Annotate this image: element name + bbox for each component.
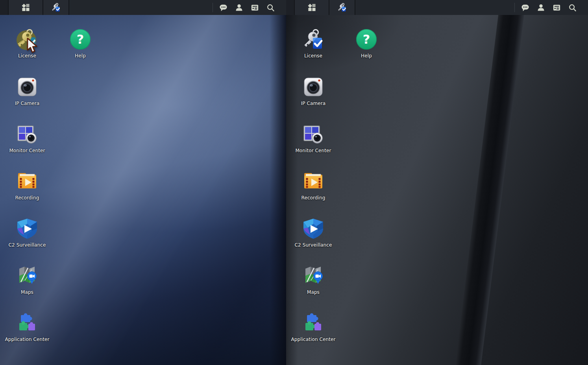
main-menu-button[interactable] <box>295 0 329 15</box>
desktop-icon-label: Maps <box>1 289 54 295</box>
chat-icon <box>219 4 227 12</box>
desktop-icon-c2-surveillance[interactable]: C2 Surveillance <box>287 218 340 248</box>
search-icon <box>266 4 275 12</box>
desktop-panel-right: License Help IP Camera Monitor Center Re… <box>286 0 588 365</box>
system-tray <box>517 0 588 15</box>
desktop-icon-label: C2 Surveillance <box>1 242 54 248</box>
taskbar <box>286 0 588 15</box>
desktop-icon-label: Monitor Center <box>287 148 340 153</box>
desktop-icon-label: Recording <box>1 195 54 201</box>
recording-folder-icon <box>16 170 38 192</box>
ip-camera-icon <box>16 76 38 98</box>
widgets-icon <box>553 4 561 12</box>
recording-folder-icon <box>302 170 324 192</box>
license-key-icon <box>337 3 347 12</box>
desktop-icon-label: Help <box>54 53 107 59</box>
main-menu-button[interactable] <box>9 0 43 15</box>
taskbar-separator <box>514 3 515 12</box>
desktop-panel-left: License Help IP Camera Monitor Center Re… <box>0 0 286 365</box>
user-menu-button[interactable] <box>533 0 549 15</box>
help-question-icon <box>69 28 91 50</box>
taskbar-license-app-button[interactable] <box>43 0 69 15</box>
desktop-icon-label: C2 Surveillance <box>287 242 340 248</box>
desktop-icon-monitor-center[interactable]: Monitor Center <box>287 123 340 153</box>
license-key-check-icon <box>302 28 324 50</box>
desktop-icon-label: License <box>1 53 54 59</box>
license-key-icon <box>51 3 61 12</box>
main-menu-grid-icon <box>308 4 316 12</box>
desktop-icon-license[interactable]: License <box>287 28 340 59</box>
system-tray <box>215 0 286 15</box>
desktop-icon-label: License <box>287 53 340 59</box>
puzzle-pieces-icon <box>16 312 38 334</box>
c2-shield-icon <box>16 218 38 240</box>
desktop-icon-label: Recording <box>287 195 340 201</box>
search-button[interactable] <box>564 0 580 15</box>
desktop-icon-label: IP Camera <box>1 101 54 106</box>
puzzle-pieces-icon <box>302 312 324 334</box>
ip-camera-icon <box>302 76 324 98</box>
monitor-center-icon <box>302 123 324 145</box>
taskbar <box>0 0 286 15</box>
taskbar-spacer <box>355 0 514 15</box>
desktop-icon-c2-surveillance[interactable]: C2 Surveillance <box>1 218 54 248</box>
desktop-icon-application-center[interactable]: Application Center <box>287 312 340 342</box>
desktop-icon-label: Application Center <box>1 337 54 342</box>
desktop-icon-application-center[interactable]: Application Center <box>1 312 54 342</box>
desktop-icon-help[interactable]: Help <box>340 28 393 59</box>
desktop-icon-help[interactable]: Help <box>54 28 107 59</box>
wallpaper-diagonal-stripe <box>449 15 525 365</box>
maps-pin-icon <box>16 265 38 287</box>
chat-icon <box>521 4 529 12</box>
taskbar-license-app-button[interactable] <box>329 0 355 15</box>
desktop-icon-label: IP Camera <box>287 101 340 106</box>
taskbar-spacer <box>69 0 213 15</box>
user-icon <box>235 4 243 12</box>
widgets-button[interactable] <box>549 0 564 15</box>
notifications-button[interactable] <box>517 0 533 15</box>
desktop-icon-ip-camera[interactable]: IP Camera <box>1 76 54 106</box>
desktop-icon-maps[interactable]: Maps <box>287 265 340 295</box>
user-icon <box>537 4 545 12</box>
monitor-center-icon <box>16 123 38 145</box>
search-icon <box>568 4 577 12</box>
user-menu-button[interactable] <box>231 0 247 15</box>
desktop-icon-monitor-center[interactable]: Monitor Center <box>1 123 54 153</box>
notifications-button[interactable] <box>215 0 231 15</box>
desktop-icon-recording[interactable]: Recording <box>1 170 54 201</box>
desktop-icon-maps[interactable]: Maps <box>1 265 54 295</box>
help-question-icon <box>355 28 377 50</box>
desktop-wallpaper-dark: License Help IP Camera Monitor Center Re… <box>286 15 588 365</box>
desktop-wallpaper-blue: License Help IP Camera Monitor Center Re… <box>0 15 286 365</box>
desktop-icon-label: Application Center <box>287 337 340 342</box>
taskbar-edge <box>0 0 9 15</box>
widgets-button[interactable] <box>247 0 263 15</box>
maps-pin-icon <box>302 265 324 287</box>
desktop-icon-label: Help <box>340 53 393 59</box>
taskbar-separator <box>213 3 213 12</box>
desktop-icon-label: Maps <box>287 289 340 295</box>
main-menu-grid-icon <box>22 4 30 12</box>
desktop-icon-label: Monitor Center <box>1 148 54 153</box>
search-button[interactable] <box>263 0 278 15</box>
widgets-icon <box>251 4 259 12</box>
mouse-cursor-icon <box>26 38 39 53</box>
taskbar-edge <box>286 0 295 15</box>
c2-shield-icon <box>302 218 324 240</box>
desktop-icon-recording[interactable]: Recording <box>287 170 340 201</box>
desktop-icon-ip-camera[interactable]: IP Camera <box>287 76 340 106</box>
